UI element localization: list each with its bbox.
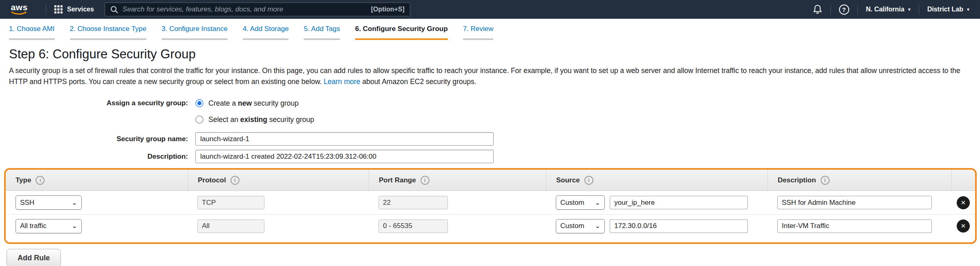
search-shortcut-hint: [Option+S] bbox=[371, 6, 405, 13]
account-label: District Lab bbox=[927, 6, 963, 13]
rule-description-input[interactable] bbox=[777, 219, 932, 233]
rule-source-input[interactable] bbox=[610, 219, 748, 233]
rule-protocol-input bbox=[197, 219, 264, 233]
rule-source-input[interactable] bbox=[610, 196, 748, 209]
tab-underline bbox=[304, 38, 340, 40]
rule-protocol-input bbox=[197, 196, 264, 209]
tab-configure-instance[interactable]: 3. Configure Instance bbox=[161, 25, 228, 40]
header-source: Sourcei bbox=[546, 170, 767, 191]
rule-source-mode-select[interactable]: Custom ⌄ bbox=[556, 219, 605, 233]
chevron-down-icon: ⌄ bbox=[72, 223, 77, 229]
notifications-bell-button[interactable] bbox=[813, 4, 822, 14]
security-rule-row-all-traffic: All traffic ⌄ Custom ⌄ ✕ bbox=[6, 214, 975, 237]
chevron-down-icon: ⌄ bbox=[72, 200, 77, 206]
tab-choose-instance-type[interactable]: 2. Choose Instance Type bbox=[70, 25, 147, 40]
global-search-box[interactable]: [Option+S] bbox=[105, 2, 410, 16]
security-group-description-input[interactable] bbox=[195, 150, 494, 163]
app-grid-icon bbox=[54, 5, 63, 13]
tab-add-tags[interactable]: 5. Add Tags bbox=[304, 25, 340, 40]
nav-divider bbox=[46, 4, 46, 15]
nav-divider bbox=[919, 4, 919, 15]
top-navigation-bar: aws Services [Option+S] bbox=[0, 0, 980, 19]
tab-underline-active bbox=[355, 38, 448, 40]
tab-add-storage[interactable]: 4. Add Storage bbox=[243, 25, 289, 40]
bell-icon bbox=[813, 4, 822, 14]
header-actions bbox=[951, 170, 975, 191]
ec2-launch-wizard-page: aws Services [Option+S] bbox=[0, 0, 980, 266]
tab-underline bbox=[161, 38, 228, 40]
page-description: A security group is a set of firewall ru… bbox=[9, 65, 971, 87]
rule-port-range-input bbox=[378, 196, 448, 209]
header-description: Descriptioni bbox=[767, 170, 951, 191]
info-icon[interactable]: i bbox=[584, 176, 593, 185]
nav-divider bbox=[857, 4, 858, 15]
header-protocol: Protocoli bbox=[188, 170, 369, 191]
services-label: Services bbox=[67, 6, 94, 13]
info-icon[interactable]: i bbox=[36, 176, 45, 185]
radio-unselected-icon[interactable] bbox=[195, 115, 204, 124]
chevron-down-icon: ⌄ bbox=[595, 200, 600, 206]
aws-logo[interactable]: aws bbox=[11, 3, 28, 16]
wizard-step-tabs: 1. Choose AMI 2. Choose Instance Type 3.… bbox=[0, 19, 980, 40]
security-group-description-row: Description: bbox=[9, 150, 971, 163]
main-content: Step 6: Configure Security Group A secur… bbox=[0, 47, 980, 266]
delete-rule-button[interactable]: ✕ bbox=[957, 196, 970, 209]
assign-security-group-label: Assign a security group: bbox=[9, 96, 188, 107]
radio-create-new-group[interactable]: Create a new security group bbox=[195, 96, 314, 110]
tab-choose-ami[interactable]: 1. Choose AMI bbox=[9, 25, 55, 40]
nav-divider bbox=[830, 4, 831, 15]
account-menu[interactable]: District Lab ▾ bbox=[927, 6, 969, 13]
info-icon[interactable]: i bbox=[421, 176, 430, 185]
security-group-name-label: Security group name: bbox=[9, 132, 188, 143]
tab-underline bbox=[70, 38, 147, 40]
security-group-name-row: Security group name: bbox=[9, 132, 971, 146]
delete-rule-button[interactable]: ✕ bbox=[957, 219, 970, 233]
rules-table-header: Typei Protocoli Port Rangei Sourcei Desc… bbox=[6, 170, 975, 191]
search-input[interactable] bbox=[123, 5, 367, 13]
close-icon: ✕ bbox=[961, 222, 966, 230]
rule-type-select[interactable]: SSH ⌄ bbox=[16, 195, 82, 210]
add-rule-button[interactable]: Add Rule bbox=[7, 249, 61, 266]
aws-logo-text: aws bbox=[11, 3, 27, 11]
security-rule-row-ssh: SSH ⌄ Custom ⌄ ✕ bbox=[6, 191, 975, 214]
chevron-down-icon: ▾ bbox=[908, 7, 911, 12]
tab-underline bbox=[9, 38, 55, 40]
services-menu-button[interactable]: Services bbox=[54, 5, 94, 13]
header-port-range: Port Rangei bbox=[369, 170, 546, 191]
rule-description-input[interactable] bbox=[777, 196, 932, 209]
tab-underline bbox=[463, 38, 494, 40]
rule-port-range-input bbox=[378, 219, 448, 233]
header-type: Typei bbox=[6, 170, 188, 191]
region-selector[interactable]: N. California ▾ bbox=[866, 6, 911, 13]
tab-configure-security-group[interactable]: 6. Configure Security Group bbox=[355, 25, 448, 40]
security-group-name-input[interactable] bbox=[195, 132, 494, 146]
info-icon[interactable]: i bbox=[821, 176, 830, 185]
help-button[interactable]: ? bbox=[839, 4, 849, 15]
tab-underline bbox=[243, 38, 289, 40]
rule-source-mode-select[interactable]: Custom ⌄ bbox=[556, 195, 605, 210]
chevron-down-icon: ▾ bbox=[967, 7, 969, 12]
tab-review[interactable]: 7. Review bbox=[463, 25, 494, 40]
radio-select-existing-group[interactable]: Select an existing security group bbox=[195, 113, 314, 126]
rule-type-select[interactable]: All traffic ⌄ bbox=[16, 219, 82, 233]
info-icon[interactable]: i bbox=[230, 176, 239, 185]
security-group-description-label: Description: bbox=[9, 150, 188, 161]
learn-more-link[interactable]: Learn more bbox=[324, 78, 360, 86]
assign-security-group-row: Assign a security group: Create a new se… bbox=[9, 96, 971, 126]
close-icon: ✕ bbox=[961, 199, 966, 206]
security-rules-panel: Typei Protocoli Port Rangei Sourcei Desc… bbox=[4, 168, 977, 244]
chevron-down-icon: ⌄ bbox=[595, 223, 600, 229]
region-label: N. California bbox=[866, 6, 904, 13]
aws-smile-icon bbox=[11, 11, 28, 16]
page-title: Step 6: Configure Security Group bbox=[9, 47, 971, 62]
search-icon bbox=[110, 6, 118, 13]
help-icon: ? bbox=[839, 4, 849, 15]
radio-selected-icon[interactable] bbox=[195, 99, 204, 107]
